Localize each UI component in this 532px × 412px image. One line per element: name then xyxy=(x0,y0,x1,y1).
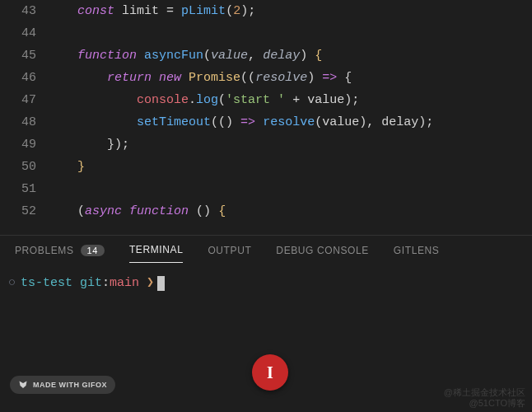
terminal-cursor xyxy=(157,276,165,291)
code-line[interactable]: function asyncFun(value, delay) { xyxy=(48,44,532,67)
record-cursor-indicator: I xyxy=(252,354,288,391)
tab-gitlens[interactable]: GITLENS xyxy=(394,245,440,263)
code-line[interactable] xyxy=(48,178,532,200)
code-line[interactable]: setTimeout(() => resolve(value), delay); xyxy=(48,111,532,133)
gifox-label: MADE WITH GIFOX xyxy=(33,381,107,389)
tab-label: OUTPUT xyxy=(208,245,251,256)
line-number: 44 xyxy=(0,22,36,44)
code-line[interactable]: }); xyxy=(48,133,532,156)
panel-tabs: PROBLEMS14TERMINALOUTPUTDEBUG CONSOLEGIT… xyxy=(0,236,532,263)
watermark: @稀土掘金技术社区 @51CTO博客 xyxy=(444,387,525,409)
line-number: 49 xyxy=(0,133,36,156)
tab-terminal[interactable]: TERMINAL xyxy=(129,244,183,263)
prompt-directory: ts-test xyxy=(21,274,72,293)
line-number: 51 xyxy=(0,178,36,200)
tab-debug-console[interactable]: DEBUG CONSOLE xyxy=(276,245,369,263)
code-area[interactable]: const limit = pLimit(2); function asyncF… xyxy=(48,0,532,235)
code-line[interactable] xyxy=(48,22,532,44)
line-number: 50 xyxy=(0,156,36,178)
code-line[interactable]: (async function () { xyxy=(48,200,532,222)
tab-label: DEBUG CONSOLE xyxy=(276,245,369,256)
tab-output[interactable]: OUTPUT xyxy=(208,245,251,263)
tab-problems[interactable]: PROBLEMS14 xyxy=(15,245,105,263)
tab-label: GITLENS xyxy=(394,245,440,256)
line-number: 48 xyxy=(0,111,36,133)
watermark-line: @51CTO博客 xyxy=(444,398,525,409)
text-cursor-icon: I xyxy=(267,363,273,382)
tab-label: TERMINAL xyxy=(129,244,183,255)
prompt-branch: main xyxy=(110,274,139,293)
watermark-line: @稀土掘金技术社区 xyxy=(444,387,525,398)
prompt-colon: : xyxy=(102,274,110,293)
code-line[interactable]: return new Promise((resolve) => { xyxy=(48,67,532,89)
line-number-gutter: 43444546474849505152 xyxy=(0,0,48,235)
line-number: 46 xyxy=(0,67,36,89)
code-line[interactable]: const limit = pLimit(2); xyxy=(48,0,532,22)
line-number: 43 xyxy=(0,0,36,22)
code-editor[interactable]: 43444546474849505152 const limit = pLimi… xyxy=(0,0,532,235)
tab-label: PROBLEMS xyxy=(15,245,74,256)
prompt-git-label: git xyxy=(80,274,102,293)
line-number: 47 xyxy=(0,89,36,111)
code-line[interactable]: console.log('start ' + value); xyxy=(48,89,532,111)
gifox-badge: MADE WITH GIFOX xyxy=(10,376,115,394)
code-line[interactable]: } xyxy=(48,156,532,178)
line-number: 45 xyxy=(0,44,36,67)
fox-icon xyxy=(18,380,28,390)
prompt-angle-icon: ❯ xyxy=(147,274,154,293)
prompt-status-icon: ○ xyxy=(8,274,16,293)
line-number: 52 xyxy=(0,200,36,222)
tab-badge: 14 xyxy=(81,245,105,256)
